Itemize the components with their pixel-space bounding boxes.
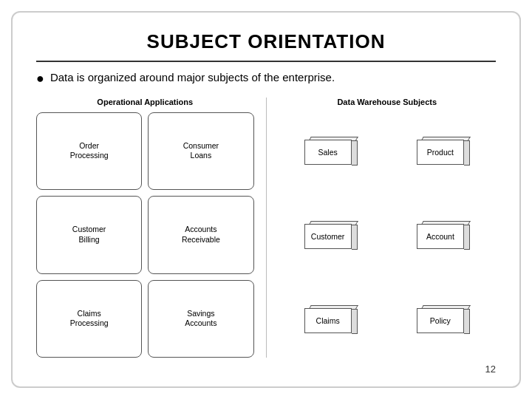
op-customer-billing: CustomerBilling: [36, 196, 142, 273]
bullet-point: ● Data is organized around major subject…: [36, 71, 496, 87]
divider: [266, 98, 267, 358]
dw-sales: Sales: [279, 112, 383, 189]
bullet-text: Data is organized around major subjects …: [50, 71, 335, 83]
operational-grid: OrderProcessing ConsumerLoans CustomerBi…: [36, 112, 254, 358]
slide: SUBJECT ORIENTATION ● Data is organized …: [11, 11, 521, 388]
op-savings-accounts: SavingsAccounts: [148, 280, 253, 358]
op-order-processing: OrderProcessing: [36, 112, 142, 190]
diagram: Operational Applications OrderProcessing…: [36, 98, 496, 358]
dw-product: Product: [391, 112, 496, 189]
op-consumer-loans: ConsumerLoans: [148, 112, 253, 190]
slide-title: SUBJECT ORIENTATION: [36, 30, 496, 62]
page-number: 12: [36, 364, 496, 375]
dw-claims: Claims: [279, 281, 383, 358]
op-accounts-receivable: AccountsReceivable: [148, 196, 253, 273]
dw-grid: Sales Product Customer: [279, 112, 497, 358]
dw-section: Data Warehouse Subjects Sales Product: [273, 98, 497, 358]
dw-policy: Policy: [391, 281, 496, 358]
right-header: Data Warehouse Subjects: [279, 98, 497, 106]
bullet-icon: ●: [36, 71, 44, 87]
op-claims-processing: ClaimsProcessing: [36, 280, 142, 358]
operational-section: Operational Applications OrderProcessing…: [36, 98, 260, 358]
dw-account: Account: [391, 197, 496, 273]
dw-customer: Customer: [279, 197, 383, 273]
left-header: Operational Applications: [36, 98, 254, 106]
